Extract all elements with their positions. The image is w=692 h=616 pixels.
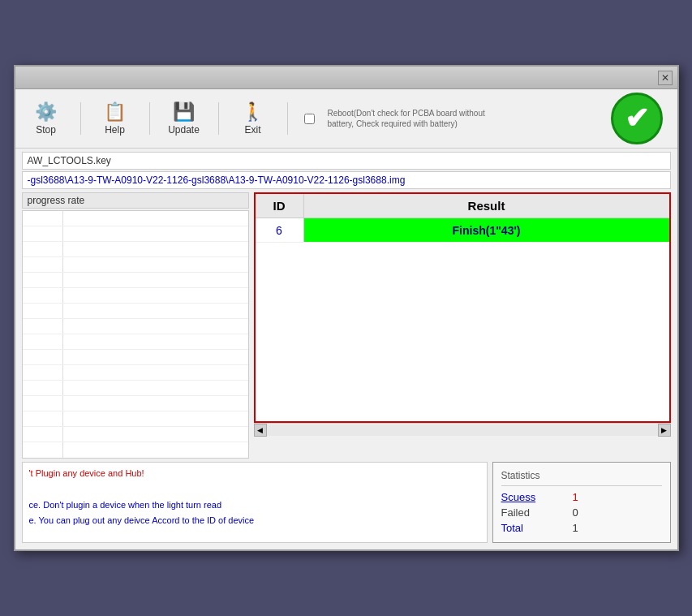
- exit-button[interactable]: 🚶 Exit: [229, 100, 277, 137]
- result-panel: ID Result 6 Finish(1"43') ◀ ▶: [254, 192, 671, 459]
- stop-button[interactable]: ⚙️ Stop: [22, 100, 71, 137]
- help-icon: 📋: [104, 101, 126, 123]
- main-window: ✕ ⚙️ Stop 📋 Help 💾 Update 🚶 Exit Reboot(…: [14, 65, 679, 551]
- statistics-title: Statistics: [501, 470, 540, 481]
- main-area: progress rate: [22, 192, 671, 459]
- title-bar: ✕: [15, 67, 677, 89]
- log-line-4: e. You can plug out any deivce Accord to…: [29, 515, 480, 527]
- update-label: Update: [168, 124, 200, 136]
- result-table-header: ID Result: [256, 194, 669, 218]
- horizontal-scrollbar[interactable]: ◀ ▶: [254, 423, 671, 436]
- result-col-id-header: ID: [256, 194, 304, 218]
- success-stat-row: Scuess 1: [501, 491, 662, 503]
- log-line-1: 't Plugin any device and Hub!: [29, 467, 480, 480]
- close-button[interactable]: ✕: [658, 71, 673, 85]
- result-row-result: Finish(1"43'): [304, 218, 669, 242]
- scroll-left-arrow[interactable]: ◀: [254, 424, 267, 437]
- progress-header: progress rate: [22, 192, 249, 209]
- progress-panel: progress rate: [22, 192, 249, 459]
- total-value: 1: [573, 522, 578, 534]
- failed-stat-row: Failed 0: [501, 506, 662, 519]
- checkmark-icon: ✔: [625, 104, 649, 133]
- stop-label: Stop: [36, 124, 56, 136]
- scroll-right-arrow[interactable]: ▶: [658, 424, 671, 437]
- reboot-text: Reboot(Don't check for PCBA board withou…: [328, 108, 490, 129]
- help-button[interactable]: 📋 Help: [91, 100, 140, 137]
- stop-icon: ⚙️: [35, 101, 57, 123]
- success-indicator: ✔: [611, 93, 663, 144]
- log-line-2: [29, 483, 480, 495]
- key-file-path: AW_LCTOOLS.key: [22, 152, 671, 170]
- total-label: Total: [501, 522, 566, 534]
- bottom-area: 't Plugin any device and Hub! ce. Don't …: [22, 462, 671, 543]
- toolbar-separator-1: [80, 102, 81, 135]
- exit-label: Exit: [244, 124, 260, 136]
- log-panel: 't Plugin any device and Hub! ce. Don't …: [22, 462, 488, 543]
- statistics-panel: Statistics Scuess 1 Failed 0 Total 1: [492, 462, 671, 543]
- toolbar-separator-4: [287, 102, 288, 135]
- log-line-3: ce. Don't plugin a device when the light…: [29, 499, 480, 511]
- toolbar-separator-3: [218, 102, 219, 135]
- result-empty-area: [256, 243, 669, 421]
- failed-label: Failed: [501, 506, 566, 519]
- result-table: ID Result 6 Finish(1"43'): [254, 192, 671, 423]
- toolbar-separator-2: [149, 102, 150, 135]
- img-file-path: -gsl3688\A13-9-TW-A0910-V22-1126-gsl3688…: [22, 171, 671, 189]
- success-label: Scuess: [501, 491, 566, 503]
- result-row-id: 6: [256, 218, 304, 242]
- result-col-result-header: Result: [304, 194, 669, 218]
- toolbar: ⚙️ Stop 📋 Help 💾 Update 🚶 Exit Reboot(Do…: [15, 89, 677, 149]
- table-row: 6 Finish(1"43'): [256, 218, 669, 243]
- help-label: Help: [105, 124, 125, 136]
- failed-value: 0: [573, 506, 578, 519]
- total-stat-row: Total 1: [501, 522, 662, 534]
- update-icon: 💾: [173, 101, 195, 123]
- success-value: 1: [573, 491, 578, 503]
- reboot-checkbox[interactable]: [304, 114, 315, 124]
- update-button[interactable]: 💾 Update: [160, 100, 208, 137]
- scroll-track[interactable]: [267, 424, 658, 436]
- exit-icon: 🚶: [242, 101, 264, 123]
